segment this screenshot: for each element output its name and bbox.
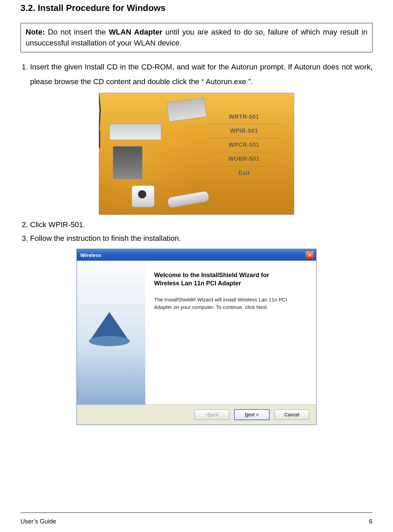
footer-rule [21,512,372,513]
wizard-sidebar-image [77,261,145,404]
cancel-button[interactable]: Cancel [274,410,309,420]
autorun-menu-item-wpcr[interactable]: WPCR-501 [210,138,278,152]
device-pci-icon [109,124,161,140]
installshield-wizard: Wireless ✕ Welcome to the InstallShield … [77,249,316,425]
autorun-menu-item-wubr[interactable]: WUBR-501 [210,152,278,166]
autorun-screenshot: WRTR-501 WPIR-501 WPCR-501 WUBR-501 Exit [99,93,294,215]
note-text-pre: Do not insert the [45,28,109,36]
close-icon: ✕ [308,252,312,258]
step-1: Insert the given Install CD in the CD-RO… [30,60,372,89]
antenna-icon [99,93,101,112]
note-bold: WLAN Adapter [109,28,162,36]
camera-lens-icon [138,190,146,198]
autorun-menu-item-wpir[interactable]: WPIR-501 [210,124,278,138]
autorun-menu: WRTR-501 WPIR-501 WPCR-501 WUBR-501 Exit [203,110,285,180]
autorun-menu-item-exit[interactable]: Exit [210,166,278,180]
wizard-title: Wireless [80,252,305,258]
step-2: Click WPIR-501. [30,220,372,230]
wizard-heading: Welcome to the InstallShield Wizard for … [154,271,304,288]
steps-list-cont: Click WPIR-501. Follow the instruction t… [21,220,372,244]
autorun-menu-item-wrtr[interactable]: WRTR-501 [210,110,278,124]
wizard-body-text: The InstallShieldR Wizard will install W… [154,296,304,311]
note-label: Note: [26,28,45,36]
steps-list: Insert the given Install CD in the CD-RO… [21,60,372,89]
back-button: < Back [194,410,229,420]
note-box: Note: Do not insert the WLAN Adapter unt… [21,23,372,52]
wizard-footer: < Back Next > Cancel [77,405,316,425]
page-number: 6 [369,518,372,525]
step-3: Follow the instruction to finish the ins… [30,233,372,244]
close-button[interactable]: ✕ [305,251,314,259]
section-heading: 3.2. Install Procedure for Windows [21,3,372,13]
next-button[interactable]: Next > [234,409,270,420]
device-router-icon [113,146,143,179]
page-footer: User’s Guide 6 [21,518,372,525]
wizard-titlebar: Wireless ✕ [77,249,316,261]
footer-left: User’s Guide [21,518,56,525]
